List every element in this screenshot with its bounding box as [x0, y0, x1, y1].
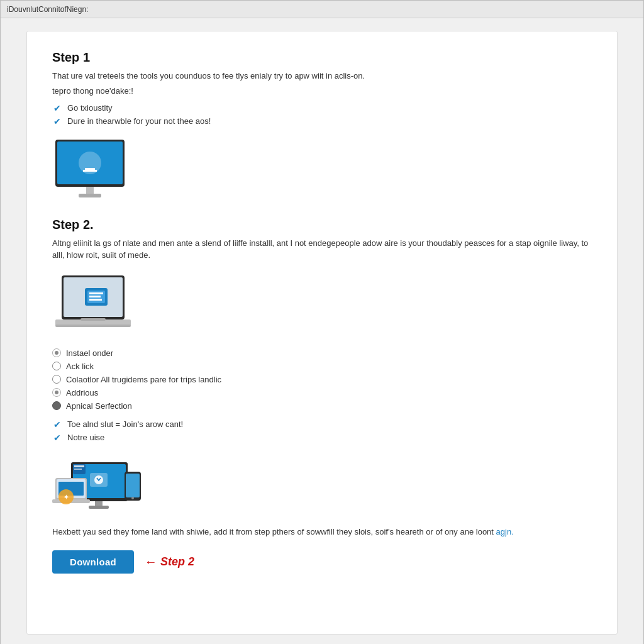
- radio-list: Instael onder Ack lick Colaotlor All tru…: [52, 348, 592, 411]
- radio-label-5: Apnical Serfection: [66, 401, 132, 411]
- step1-check-label-1: Go txioustity: [67, 103, 113, 113]
- svg-rect-5: [83, 170, 97, 172]
- svg-rect-12: [89, 292, 103, 294]
- step2-annotation: ← Step 2: [144, 555, 194, 569]
- svg-rect-13: [89, 296, 101, 297]
- step2-check-item-1: ✔ Toe alnd slut = Join's arow cant!: [52, 419, 592, 430]
- arrow-icon: ←: [144, 555, 157, 569]
- svg-point-30: [131, 497, 134, 499]
- radio-clock-2: [52, 388, 61, 397]
- radio-label-1: Instael onder: [66, 348, 113, 358]
- svg-rect-6: [86, 187, 94, 194]
- svg-rect-34: [74, 465, 84, 467]
- svg-text:✦: ✦: [64, 494, 69, 501]
- radio-item-4: Addrious: [52, 388, 592, 397]
- radio-filled: [52, 401, 61, 410]
- step1-title: Step 1: [52, 50, 592, 65]
- step2-check-label-1: Toe alnd slut = Join's arow cant!: [67, 419, 183, 429]
- footer-link[interactable]: agjn.: [496, 527, 514, 536]
- svg-rect-7: [79, 194, 101, 197]
- radio-item-5: Apnical Serfection: [52, 401, 592, 411]
- svg-rect-22: [95, 501, 103, 506]
- download-button[interactable]: Download: [52, 550, 134, 574]
- svg-rect-17: [55, 325, 131, 327]
- radio-item-3: Colaotlor All trugidems pare for trips l…: [52, 375, 592, 384]
- radio-label-2: Ack lick: [66, 362, 94, 371]
- radio-item-2: Ack lick: [52, 362, 592, 371]
- step2-section: Step 2. Altng eliinit la gs of nlate and…: [52, 218, 592, 262]
- check-icon-2: ✔: [52, 116, 62, 126]
- devices-image: ✦: [52, 453, 140, 516]
- address-bar: iDouvnlutConnitofNiegn:: [1, 1, 643, 18]
- step1-check-item-2: ✔ Dure in thearwble for your not thee ao…: [52, 116, 592, 126]
- footer-text: Hexbett yau sed they fome land with shiw…: [52, 526, 592, 538]
- svg-rect-14: [89, 299, 102, 301]
- step1-desc: That ure val treteels the tools you coun…: [52, 70, 592, 82]
- radio-item-1: Instael onder: [52, 348, 592, 358]
- step2-check-label-2: Notre uise: [67, 433, 104, 442]
- step1-section: Step 1 That ure val treteels the tools y…: [52, 50, 592, 203]
- check-icon-4: ✔: [52, 433, 62, 443]
- svg-rect-23: [89, 506, 109, 509]
- footer-main-text: Hexbett yau sed they fome land with shiw…: [52, 527, 496, 536]
- svg-rect-4: [85, 168, 95, 170]
- monitor-image: [52, 136, 134, 203]
- step1-checklist: ✔ Go txioustity ✔ Dure in thearwble for …: [52, 103, 592, 126]
- step1-check-label-2: Dure in thearwble for your not thee aos!: [67, 116, 211, 126]
- radio-empty-1: [52, 362, 61, 370]
- step1-check-item-1: ✔ Go txioustity: [52, 103, 592, 113]
- check-icon-1: ✔: [52, 103, 62, 113]
- radio-label-4: Addrious: [66, 388, 98, 397]
- step2-desc: Altng eliinit la gs of nlate and men ant…: [52, 237, 592, 262]
- radio-clock-1: [52, 348, 61, 357]
- address-text: iDouvnlutConnitofNiegn:: [7, 5, 88, 14]
- browser-frame: iDouvnlutConnitofNiegn: Step 1 That ure …: [0, 0, 644, 644]
- radio-empty-2: [52, 375, 61, 384]
- svg-rect-35: [74, 469, 82, 470]
- svg-rect-29: [126, 474, 140, 497]
- step2-check-item-2: ✔ Notre uise: [52, 433, 592, 443]
- laptop-image: [52, 269, 134, 338]
- check-icon-3: ✔: [52, 419, 62, 430]
- page-container: Step 1 That ure val treteels the tools y…: [26, 31, 618, 635]
- radio-label-3: Colaotlor All trugidems pare for trips l…: [66, 375, 221, 384]
- annotation-label: Step 2: [160, 555, 194, 569]
- step1-sub-desc: tepro thong noe'dake:!: [52, 86, 592, 96]
- step2-checklist: ✔ Toe alnd slut = Join's arow cant! ✔ No…: [52, 419, 592, 443]
- step2-title: Step 2.: [52, 218, 592, 232]
- download-section: Download ← Step 2: [52, 550, 592, 574]
- svg-rect-16: [80, 318, 106, 321]
